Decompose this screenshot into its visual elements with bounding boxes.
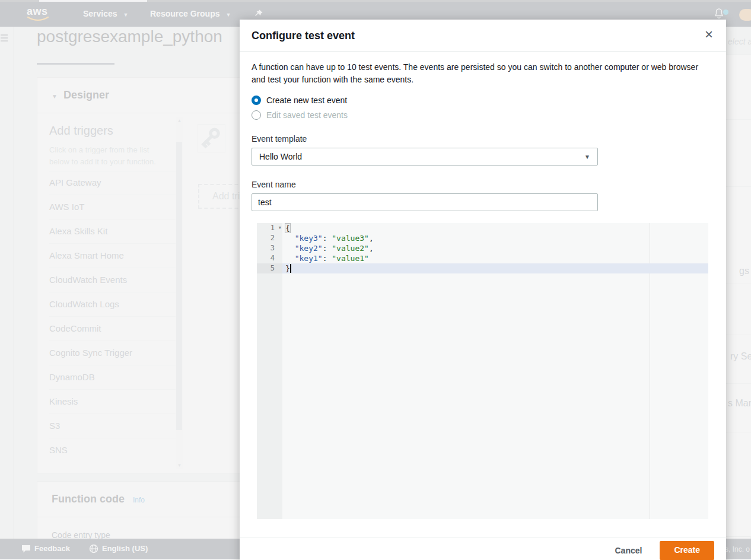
event-template-select[interactable]: Hello World ▼ <box>252 148 598 166</box>
modal-description: A function can have up to 10 test events… <box>252 61 708 86</box>
code-token: , <box>369 244 374 253</box>
modal-footer: Cancel Create <box>240 537 726 560</box>
fold-caret-icon[interactable]: ▼ <box>279 223 281 233</box>
code-token <box>285 234 295 243</box>
radio-edit-label: Edit saved test events <box>266 110 348 120</box>
editor-code-line[interactable]: { <box>282 223 708 233</box>
code-token: : <box>323 254 332 263</box>
code-token <box>285 244 295 253</box>
editor-code-line[interactable]: "key1": "value1" <box>282 253 708 263</box>
radio-unselected-icon[interactable] <box>252 110 261 120</box>
editor-line-number: 2 <box>257 233 282 243</box>
create-button[interactable]: Create <box>660 541 714 560</box>
code-token: { <box>285 224 290 233</box>
event-name-label: Event name <box>252 180 726 189</box>
editor-line-number: 4 <box>257 253 282 263</box>
close-icon[interactable]: × <box>705 26 713 43</box>
editor-code-line[interactable]: "key3": "value3", <box>282 233 708 243</box>
dropdown-caret-icon: ▼ <box>584 154 590 160</box>
event-template-value: Hello World <box>259 152 302 161</box>
code-token: "key1" <box>295 254 323 263</box>
code-token: "key2" <box>295 244 323 253</box>
event-template-label: Event template <box>252 134 726 144</box>
radio-selected-icon[interactable] <box>252 96 261 105</box>
code-token: "value3" <box>332 234 369 243</box>
editor-line-number: 3 <box>257 243 282 253</box>
modal-header: Configure test event × <box>240 20 726 52</box>
modal-title: Configure test event <box>252 30 355 42</box>
code-token: "value1" <box>332 254 369 263</box>
code-token: : <box>323 234 332 243</box>
editor-code-line[interactable]: } <box>282 263 708 273</box>
configure-test-event-modal: Configure test event × A function can ha… <box>240 20 726 560</box>
modal-body: A function can have up to 10 test events… <box>240 52 726 519</box>
text-cursor <box>290 264 291 273</box>
editor-code-area[interactable]: { "key3": "value3", "key2": "value2", "k… <box>282 223 708 273</box>
code-token: , <box>369 234 374 243</box>
cancel-button[interactable]: Cancel <box>615 546 642 555</box>
json-code-editor[interactable]: 1▼2345 { "key3": "value3", "key2": "valu… <box>257 223 708 519</box>
editor-line-number: 5 <box>257 263 282 273</box>
event-name-input[interactable] <box>252 193 598 211</box>
code-token: } <box>285 264 290 273</box>
radio-create-label: Create new test event <box>266 96 347 105</box>
code-token: "value2" <box>332 244 369 253</box>
editor-code-line[interactable]: "key2": "value2", <box>282 243 708 253</box>
radio-edit-saved-test-events[interactable]: Edit saved test events <box>252 110 726 120</box>
editor-gutter: 1▼2345 <box>257 223 282 519</box>
radio-create-new-test-event[interactable]: Create new test event <box>252 96 726 105</box>
editor-line-number: 1▼ <box>257 223 282 233</box>
code-token: : <box>323 244 332 253</box>
code-token: "key3" <box>295 234 323 243</box>
code-token <box>285 254 295 263</box>
